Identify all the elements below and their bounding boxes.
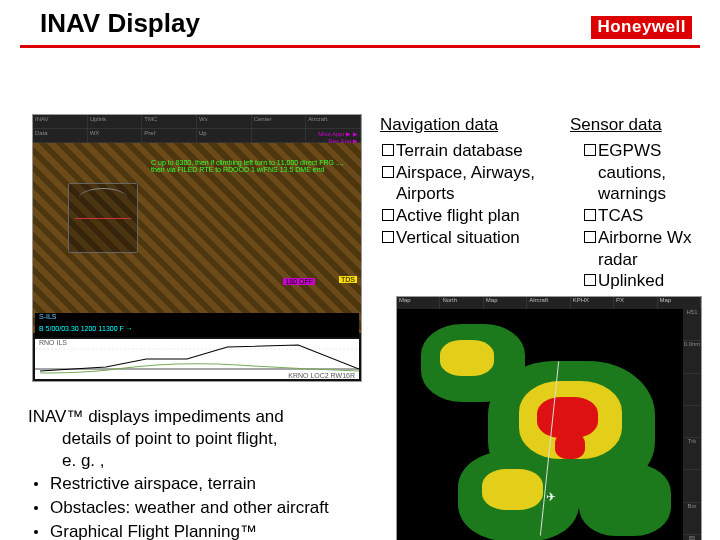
summary-block: INAV™ displays impediments and details o… bbox=[28, 406, 388, 540]
sensor-data-column: Sensor data EGPWS cautions, warnings TCA… bbox=[570, 114, 720, 314]
sensor-data-heading: Sensor data bbox=[570, 114, 720, 136]
sensor-item-label: EGPWS cautions, warnings bbox=[598, 140, 720, 205]
sub-up: Up bbox=[197, 129, 252, 142]
bullet-icon bbox=[34, 482, 38, 486]
terrain-map: C up to 8300, then if climbing left turn… bbox=[33, 143, 361, 333]
wx-side-cell: 85 bbox=[683, 535, 701, 540]
aircraft-icon: ✈ bbox=[546, 490, 556, 504]
wx-canvas: ✈ bbox=[397, 309, 701, 540]
summary-lead-1: INAV™ displays impediments and bbox=[28, 406, 388, 428]
inav-cockpit-display: INAV Uplink TMC Wx Center Aircraft Data … bbox=[32, 114, 362, 382]
summary-bullet-gfp: Graphical Flight Planning™ bbox=[28, 521, 388, 540]
wx-menu: Aircraft bbox=[527, 297, 570, 309]
nav-item-label: Vertical situation bbox=[396, 227, 520, 249]
nav-data-heading: Navigation data bbox=[380, 114, 565, 136]
bullet-icon bbox=[34, 530, 38, 534]
wx-menu: North bbox=[440, 297, 483, 309]
wx-side-cell: Trk bbox=[683, 438, 701, 470]
nav-item-airspace: Airspace, Airways, Airports bbox=[380, 162, 565, 206]
vertical-profile: RNO ILS KRNO LOC2 RW16R bbox=[35, 339, 359, 379]
sensor-item-label: TCAS bbox=[598, 205, 643, 227]
wx-menu: KPHX bbox=[571, 297, 614, 309]
nav-item-flightplan: Active flight plan bbox=[380, 205, 565, 227]
nav-data-column: Navigation data Terrain database Airspac… bbox=[380, 114, 565, 249]
hdg-off-tag: 180 OFF bbox=[283, 278, 315, 285]
attitude-indicator bbox=[68, 183, 138, 253]
sub-data: Data bbox=[33, 129, 88, 142]
wx-menu: Map bbox=[397, 297, 440, 309]
status-line-2: B 5/00/03.30 1200 11300 F → bbox=[35, 325, 359, 337]
summary-bullet-label: Graphical Flight Planning™ bbox=[50, 521, 257, 540]
checkbox-icon bbox=[382, 166, 394, 178]
summary-bullet-label: Restrictive airspace, terrain bbox=[50, 473, 256, 495]
menu-tmc: TMC bbox=[142, 115, 197, 128]
wx-menu: Map bbox=[484, 297, 527, 309]
nav-item-vertical: Vertical situation bbox=[380, 227, 565, 249]
sensor-item-wxradar: Airborne Wx radar bbox=[570, 227, 720, 271]
summary-bullet-airspace: Restrictive airspace, terrain bbox=[28, 473, 388, 495]
wx-side-scale: H51 0.0nm Trk Bm 85 bbox=[683, 309, 701, 540]
wx-menu: Map bbox=[658, 297, 701, 309]
checkbox-icon bbox=[382, 144, 394, 156]
menu-uplink: Uplink bbox=[88, 115, 143, 128]
menu-center: Center bbox=[252, 115, 307, 128]
checkbox-icon bbox=[382, 231, 394, 243]
sub-pref: Pref bbox=[142, 129, 197, 142]
checkbox-icon bbox=[584, 274, 596, 286]
bullet-icon bbox=[34, 506, 38, 510]
wx-side-cell bbox=[683, 406, 701, 438]
miss-appr: Miss Appr ▶ ▶ Rev Eng ▶ bbox=[306, 129, 361, 142]
wx-side-cell: H51 bbox=[683, 309, 701, 341]
summary-lead-2: details of point to point flight, bbox=[28, 428, 388, 450]
checkbox-icon bbox=[584, 209, 596, 221]
nav-item-label: Active flight plan bbox=[396, 205, 520, 227]
menu-wx: Wx bbox=[197, 115, 252, 128]
summary-bullet-obstacles: Obstacles: weather and other aircraft bbox=[28, 497, 388, 519]
menu-inav: INAV bbox=[33, 115, 88, 128]
summary-bullet-label: Obstacles: weather and other aircraft bbox=[50, 497, 329, 519]
tds-tag: TDS bbox=[339, 276, 357, 283]
weather-radar-display: Map North Map Aircraft KPHX PX Map bbox=[396, 296, 702, 540]
nav-item-terrain: Terrain database bbox=[380, 140, 565, 162]
sub-wx: WX bbox=[88, 129, 143, 142]
sensor-item-egpws: EGPWS cautions, warnings bbox=[570, 140, 720, 205]
sensor-item-label: Airborne Wx radar bbox=[598, 227, 720, 271]
wx-side-cell bbox=[683, 374, 701, 406]
wx-side-cell: Bm bbox=[683, 503, 701, 535]
wx-side-cell bbox=[683, 470, 701, 502]
sensor-item-tcas: TCAS bbox=[570, 205, 720, 227]
checkbox-icon bbox=[584, 144, 596, 156]
page-title: INAV Display bbox=[40, 8, 200, 39]
checkbox-icon bbox=[382, 209, 394, 221]
menu-aircraft: Aircraft bbox=[306, 115, 361, 128]
profile-left: RNO ILS bbox=[39, 339, 67, 346]
brand-logo: Honeywell bbox=[591, 16, 692, 39]
profile-right: KRNO LOC2 RW16R bbox=[288, 372, 355, 379]
status-line-1: S-ILS bbox=[35, 313, 359, 325]
nav-item-label: Airspace, Airways, Airports bbox=[396, 162, 565, 206]
wx-menu: PX bbox=[614, 297, 657, 309]
wx-side-cell: 0.0nm bbox=[683, 341, 701, 373]
nav-item-label: Terrain database bbox=[396, 140, 523, 162]
checkbox-icon bbox=[584, 231, 596, 243]
clearance-text: C up to 8300, then if climbing left turn… bbox=[151, 159, 354, 174]
summary-lead-3: e. g. , bbox=[28, 450, 388, 472]
